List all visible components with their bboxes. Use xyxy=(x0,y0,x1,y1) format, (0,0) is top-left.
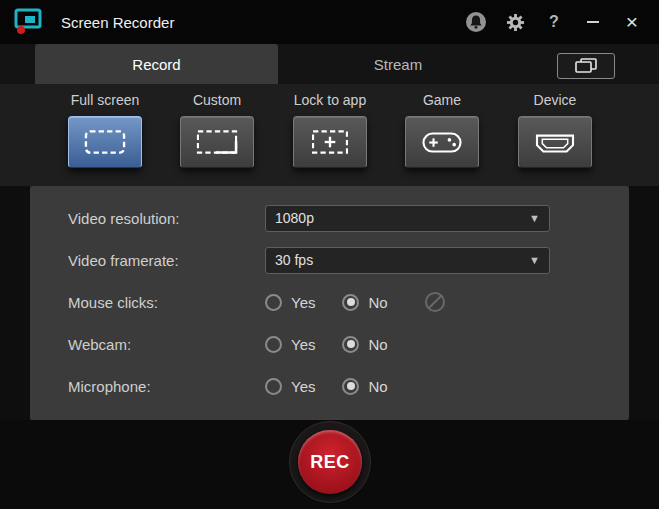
webcam-label: Webcam: xyxy=(68,336,265,353)
titlebar: Screen Recorder ? xyxy=(0,0,659,44)
full-screen-mode-button[interactable] xyxy=(68,116,142,168)
setting-row-mouse-clicks: Mouse clicks: Yes No xyxy=(30,281,629,323)
rec-button-ring: REC xyxy=(289,421,371,503)
webcam-no-label[interactable]: No xyxy=(368,336,387,353)
close-icon: × xyxy=(626,12,638,32)
record-settings-panel: Video resolution: 1080p ▼ Video framerat… xyxy=(30,186,629,420)
mode-game: Game xyxy=(386,92,498,168)
minimize-icon xyxy=(587,21,599,23)
mode-label: Full screen xyxy=(49,92,161,108)
lock-to-app-icon xyxy=(304,124,356,160)
chevron-down-icon: ▼ xyxy=(529,212,540,224)
mode-label: Game xyxy=(386,92,498,108)
resolution-value: 1080p xyxy=(275,210,529,226)
mode-full-screen: Full screen xyxy=(49,92,161,168)
webcam-yes-label[interactable]: Yes xyxy=(291,336,315,353)
tab-record[interactable]: Record xyxy=(35,44,278,84)
minimize-button[interactable] xyxy=(582,11,604,33)
mouse-clicks-yes-label[interactable]: Yes xyxy=(291,294,315,311)
mode-label: Lock to app xyxy=(274,92,386,108)
custom-mode-button[interactable] xyxy=(180,116,254,168)
display-select-button[interactable] xyxy=(557,53,615,79)
hdmi-device-icon xyxy=(529,124,581,160)
fullscreen-region-icon xyxy=(79,124,131,160)
setting-row-webcam: Webcam: Yes No xyxy=(30,323,629,365)
setting-row-framerate: Video framerate: 30 fps ▼ xyxy=(30,239,629,281)
tab-stream[interactable]: Stream xyxy=(278,44,518,84)
setting-row-microphone: Microphone: Yes No xyxy=(30,365,629,407)
mode-label: Custom xyxy=(161,92,273,108)
rec-button[interactable]: REC xyxy=(298,430,362,494)
resolution-dropdown[interactable]: 1080p ▼ xyxy=(265,205,550,232)
close-button[interactable]: × xyxy=(621,11,643,33)
displays-icon xyxy=(573,57,599,75)
mode-label: Device xyxy=(499,92,611,108)
titlebar-controls: ? × xyxy=(465,11,643,33)
chevron-down-icon: ▼ xyxy=(529,254,540,266)
notification-bell-icon[interactable] xyxy=(465,11,487,33)
webcam-yes-radio[interactable] xyxy=(265,336,282,353)
custom-region-icon xyxy=(191,124,243,160)
mouse-clicks-no-label[interactable]: No xyxy=(368,294,387,311)
microphone-label: Microphone: xyxy=(68,378,265,395)
lock-to-app-mode-button[interactable] xyxy=(293,116,367,168)
mouse-clicks-label: Mouse clicks: xyxy=(68,294,265,311)
mode-lock-to-app: Lock to app xyxy=(274,92,386,168)
microphone-no-label[interactable]: No xyxy=(368,378,387,395)
tab-bar: Record Stream xyxy=(0,44,659,84)
window-title: Screen Recorder xyxy=(61,14,174,31)
microphone-yes-radio[interactable] xyxy=(265,378,282,395)
app-logo-icon xyxy=(13,8,47,36)
settings-gear-icon[interactable] xyxy=(504,11,526,33)
mode-custom: Custom xyxy=(161,92,273,168)
setting-row-resolution: Video resolution: 1080p ▼ xyxy=(30,197,629,239)
prohibited-icon xyxy=(424,291,446,313)
framerate-dropdown[interactable]: 30 fps ▼ xyxy=(265,247,550,274)
microphone-no-radio[interactable] xyxy=(342,378,359,395)
device-mode-button[interactable] xyxy=(518,116,592,168)
mouse-clicks-no-radio[interactable] xyxy=(342,294,359,311)
bottom-bar: REC xyxy=(0,420,659,509)
framerate-label: Video framerate: xyxy=(68,252,265,269)
mouse-clicks-yes-radio[interactable] xyxy=(265,294,282,311)
help-icon[interactable]: ? xyxy=(543,11,565,33)
game-mode-button[interactable] xyxy=(405,116,479,168)
gamepad-icon xyxy=(416,124,468,160)
framerate-value: 30 fps xyxy=(275,252,529,268)
microphone-yes-label[interactable]: Yes xyxy=(291,378,315,395)
capture-mode-strip: Full screen Custom Lock to app Game xyxy=(0,84,659,186)
resolution-label: Video resolution: xyxy=(68,210,265,227)
help-glyph: ? xyxy=(549,13,559,31)
webcam-no-radio[interactable] xyxy=(342,336,359,353)
mode-device: Device xyxy=(499,92,611,168)
